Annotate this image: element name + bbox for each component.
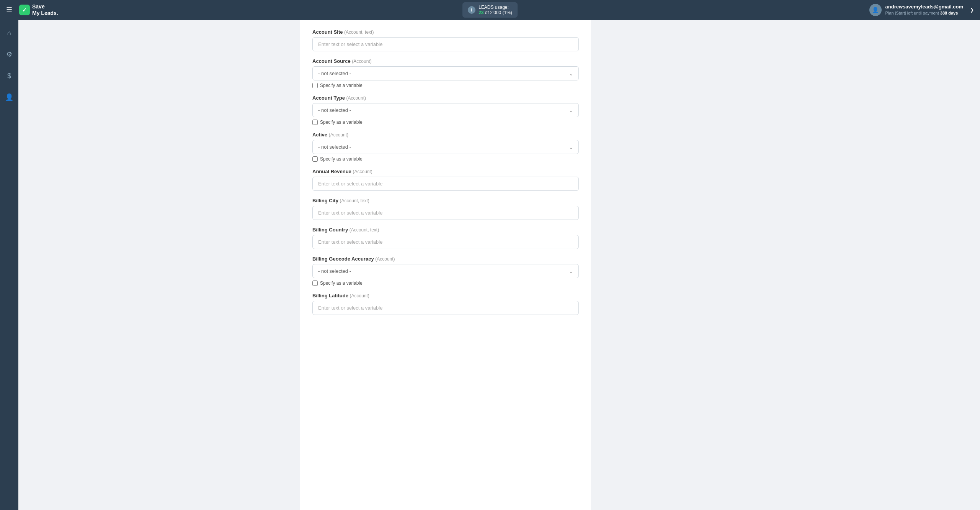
user-plan: Plan |Start| left until payment 388 days (885, 10, 963, 16)
billing-country-label: Billing Country (Account, text) (312, 227, 579, 233)
active-select[interactable]: - not selected - (312, 140, 579, 154)
billing-geocode-accuracy-checkbox[interactable] (312, 280, 318, 286)
sidebar-item-billing[interactable]: $ (2, 69, 16, 83)
billing-city-input[interactable] (312, 206, 579, 220)
billing-geocode-accuracy-checkbox-row: Specify as a variable (312, 280, 579, 286)
billing-geocode-accuracy-label: Billing Geocode Accuracy (Account) (312, 256, 579, 262)
annual-revenue-label: Annual Revenue (Account) (312, 169, 579, 174)
billing-latitude-meta: (Account) (350, 293, 369, 298)
leads-count: LEADS usage: 23 of 2'000 (1%) (479, 5, 512, 15)
billing-geocode-accuracy-checkbox-label: Specify as a variable (320, 280, 363, 286)
account-type-checkbox-label: Specify as a variable (320, 120, 363, 125)
account-type-meta: (Account) (346, 95, 366, 101)
account-source-field: Account Source (Account) - not selected … (312, 58, 579, 88)
annual-revenue-field: Annual Revenue (Account) (312, 169, 579, 191)
billing-city-label: Billing City (Account, text) (312, 198, 579, 203)
user-email: andrewsavemyleads@gmail.com (885, 3, 963, 10)
billing-geocode-accuracy-field: Billing Geocode Accuracy (Account) - not… (312, 256, 579, 286)
billing-country-field: Billing Country (Account, text) (312, 227, 579, 249)
active-checkbox[interactable] (312, 156, 318, 162)
billing-city-field: Billing City (Account, text) (312, 198, 579, 220)
logo-text: Save My Leads. (32, 3, 58, 16)
account-type-checkbox-row: Specify as a variable (312, 120, 579, 125)
form-container: Account Site (Account, text) Account Sou… (300, 20, 591, 510)
annual-revenue-meta: (Account) (353, 169, 372, 174)
account-type-field: Account Type (Account) - not selected - … (312, 95, 579, 125)
sidebar-item-home[interactable]: ⌂ (2, 26, 16, 40)
billing-latitude-label: Billing Latitude (Account) (312, 293, 579, 298)
right-panel (873, 20, 980, 510)
active-label: Active (Account) (312, 132, 579, 138)
account-source-meta: (Account) (352, 59, 371, 64)
billing-geocode-accuracy-select-wrapper: - not selected - ⌄ (312, 264, 579, 278)
account-source-label: Account Source (Account) (312, 58, 579, 64)
logo: ✓ Save My Leads. (19, 3, 58, 16)
billing-city-meta: (Account, text) (340, 198, 369, 203)
annual-revenue-input[interactable] (312, 177, 579, 191)
active-meta: (Account) (329, 132, 348, 138)
sidebar-item-profile[interactable]: 👤 (2, 90, 16, 104)
active-checkbox-row: Specify as a variable (312, 156, 579, 162)
user-menu-chevron-icon[interactable]: ❯ (970, 7, 974, 13)
account-site-label: Account Site (Account, text) (312, 29, 579, 35)
account-type-select-wrapper: - not selected - ⌄ (312, 103, 579, 117)
user-avatar: 👤 (869, 4, 882, 16)
billing-latitude-field: Billing Latitude (Account) (312, 293, 579, 315)
info-icon: i (468, 6, 475, 14)
active-select-wrapper: - not selected - ⌄ (312, 140, 579, 154)
leads-usage-badge: i LEADS usage: 23 of 2'000 (1%) (462, 2, 518, 18)
active-checkbox-label: Specify as a variable (320, 156, 363, 162)
account-type-label: Account Type (Account) (312, 95, 579, 101)
logo-icon: ✓ (19, 5, 30, 15)
account-site-meta: (Account, text) (344, 30, 374, 35)
billing-geocode-accuracy-meta: (Account) (375, 256, 395, 262)
sidebar: ⌂ ⚙ $ 👤 (0, 20, 18, 510)
account-site-input[interactable] (312, 37, 579, 51)
user-info: andrewsavemyleads@gmail.com Plan |Start|… (885, 3, 963, 16)
main-content: Account Site (Account, text) Account Sou… (18, 20, 873, 510)
account-source-select[interactable]: - not selected - (312, 66, 579, 80)
active-field: Active (Account) - not selected - ⌄ Spec… (312, 132, 579, 162)
billing-geocode-accuracy-select[interactable]: - not selected - (312, 264, 579, 278)
account-type-select[interactable]: - not selected - (312, 103, 579, 117)
billing-latitude-input[interactable] (312, 301, 579, 315)
account-type-checkbox[interactable] (312, 120, 318, 125)
account-site-field: Account Site (Account, text) (312, 29, 579, 51)
top-navigation: ☰ ✓ Save My Leads. i LEADS usage: 23 of … (0, 0, 980, 20)
sidebar-item-integrations[interactable]: ⚙ (2, 48, 16, 61)
account-source-checkbox-label: Specify as a variable (320, 83, 363, 88)
account-source-checkbox-row: Specify as a variable (312, 83, 579, 88)
billing-country-input[interactable] (312, 235, 579, 249)
account-source-checkbox[interactable] (312, 83, 318, 88)
billing-country-meta: (Account, text) (350, 227, 379, 233)
hamburger-menu-icon[interactable]: ☰ (6, 6, 12, 14)
account-source-select-wrapper: - not selected - ⌄ (312, 66, 579, 80)
